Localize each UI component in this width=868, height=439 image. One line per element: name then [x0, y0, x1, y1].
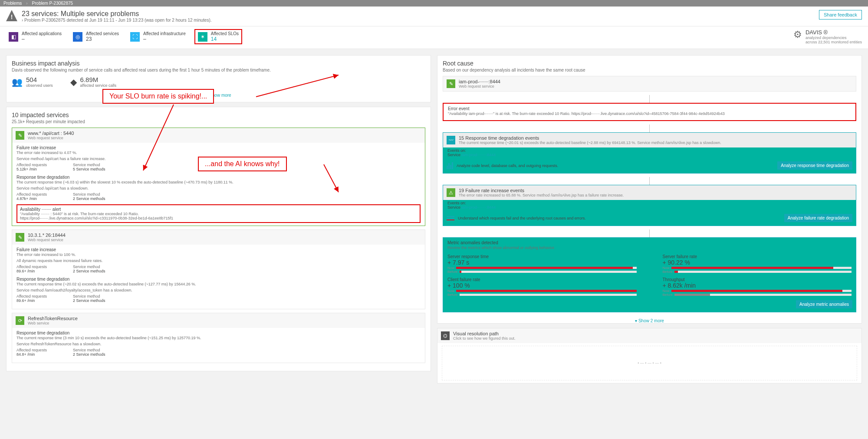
service-link[interactable]: iam-prod-·······:8444 [462, 205, 496, 210]
response-time-events-card: 〰 15 Response time degradation eventsThe… [443, 132, 856, 174]
analyze-metric-anomalies-button[interactable]: Analyze metric anomalies [796, 300, 852, 308]
service-icon: ✎ [16, 131, 24, 140]
page-subtitle: › Problem P-23062875 detected at Jun 19 … [22, 18, 212, 23]
analyze-failure-rate-button[interactable]: Analyze failure rate degradation [784, 214, 852, 222]
service-icon: ✎ [16, 233, 24, 242]
root-cause-subtitle: Based on our dependency analysis all inc… [443, 68, 856, 72]
slos-icon: ✶ [198, 32, 207, 42]
impacted-subtitle: 25.1k+ Requests per minute impacted [12, 119, 425, 124]
breadcrumb-separator [24, 1, 29, 6]
bia-title: Business impact analysis [12, 60, 425, 67]
root-cause-panel: Root cause Based on our dependency analy… [437, 55, 862, 324]
vrp-diagram: • — • — • — • [442, 346, 857, 380]
callout-burn-rate: Your SLO burn rate is spiking!... [102, 89, 214, 104]
left-column: Business impact analysis Davis observed … [6, 55, 431, 383]
impacted-service-card[interactable]: ✎ www.* /api/cart : 5440Web request serv… [12, 128, 425, 226]
metric-anomalies-card: Metric anomalies detected Review the met… [443, 237, 856, 312]
stat-affected-slos[interactable]: ✶ Affected SLOs14 [194, 29, 242, 44]
share-feedback-button[interactable]: Share feedback [819, 10, 862, 20]
stats-bar: ◧ Affected applications– ◎ Affected serv… [0, 26, 868, 49]
failure-rate-events-card: ⚠ 19 Failure rate increase eventsThe err… [443, 185, 856, 226]
davis-title: DAVIS ® [806, 29, 862, 36]
page-header: 23 services: Multiple service problems ›… [0, 7, 868, 26]
impacted-services-panel: 10 impacted services 25.1k+ Requests per… [6, 107, 431, 371]
root-cause-title: Root cause [443, 60, 856, 67]
service-icon: ⟳ [16, 316, 24, 325]
anomaly-throughput: Throughput+ 8.62k /min Now Before [663, 277, 852, 297]
right-column: Root cause Based on our dependency analy… [437, 55, 862, 383]
observed-users-metric: 👥 504observed users [12, 76, 53, 88]
analyze-response-time-button[interactable]: Analyze response time degradation [777, 161, 852, 170]
response-time-icon: 〰 [447, 136, 455, 144]
root-service-card[interactable]: ✎ iam-prod-·······:8444Web request servi… [443, 76, 856, 92]
bia-subtitle: Davis observed the following number of s… [12, 68, 425, 72]
davis-block: ⚙ DAVIS ® analyzed dependencies across 2… [793, 29, 862, 44]
breadcrumb: Problems Problem P-23062875 [0, 0, 868, 7]
service-calls-metric: ◆ 6.89Maffected service calls [70, 76, 116, 88]
business-impact-panel: Business impact analysis Davis observed … [6, 55, 431, 102]
availability-alert-box: Availability ········ alert "Availabilit… [16, 204, 421, 223]
visual-resolution-path-panel[interactable]: ⌬ Visual resolution pathClick to see how… [437, 328, 862, 383]
barchart-icon [447, 162, 453, 169]
callout-ai-knows: ...and the AI knows why! [198, 157, 287, 171]
tree-icon: ⌬ [441, 331, 450, 340]
error-event-card[interactable]: Error event "Availability iam-prod-·····… [443, 103, 856, 121]
breadcrumb-current[interactable]: Problem P-23062875 [32, 1, 73, 6]
warning-icon: ⚠ [447, 188, 455, 197]
problem-severity-icon [6, 10, 17, 21]
list-icon [447, 216, 454, 220]
apps-icon: ◧ [9, 32, 18, 42]
bia-show-more[interactable]: Show more [12, 90, 425, 98]
impacted-service-card[interactable]: ✎ 10.3.1.* 26:18444Web request service F… [12, 229, 425, 309]
anomaly-client-failure-rate: Client failure rate+ 100 % Now Before [447, 277, 637, 297]
anomaly-server-failure-rate: Server failure rate+ 90.22 % Now Before [663, 254, 852, 274]
infra-icon: ⛶ [130, 32, 140, 42]
stat-affected-services[interactable]: ◎ Affected services23 [70, 29, 122, 44]
davis-icon: ⚙ [793, 29, 802, 40]
breadcrumb-root[interactable]: Problems [3, 1, 22, 6]
impacted-title: 10 impacted services [12, 111, 425, 118]
calls-icon: ◆ [70, 77, 77, 87]
service-icon: ✎ [447, 79, 455, 88]
page-title: 23 services: Multiple service problems [22, 10, 212, 18]
stat-affected-infra[interactable]: ⛶ Affected infrastructure– [128, 29, 188, 44]
anomaly-server-response-time: Server response time+ 7.97 s Now Before [447, 254, 637, 274]
impacted-service-card[interactable]: ⟳ RefreshTokenResourceWeb service Respon… [12, 313, 425, 363]
users-icon: 👥 [12, 77, 23, 87]
service-link[interactable]: iam-prod-·······:8444 [462, 153, 496, 157]
show-2-more[interactable]: Show 2 more [443, 316, 856, 323]
stat-affected-apps[interactable]: ◧ Affected applications– [6, 29, 64, 44]
services-icon: ◎ [73, 32, 82, 42]
